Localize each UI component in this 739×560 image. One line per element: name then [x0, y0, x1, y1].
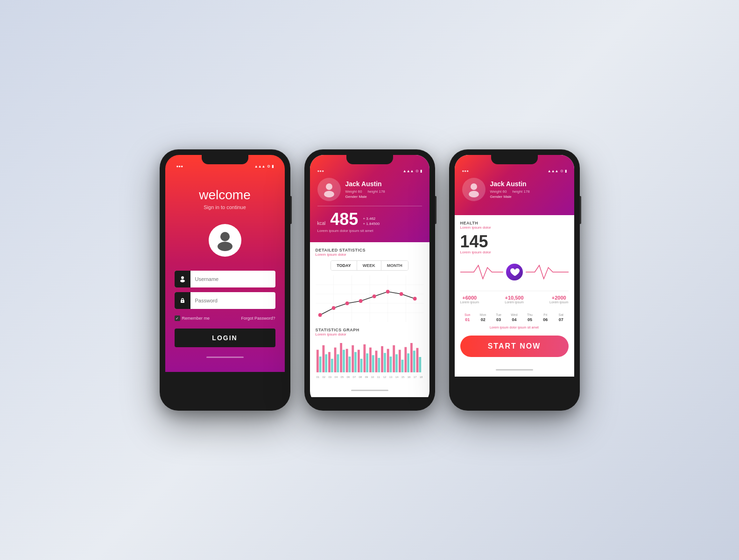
stat-col-3: +2000 Lorem ipsum — [549, 295, 568, 304]
home-indicator-3 — [496, 369, 533, 371]
profile-stats-2: Weight 60 height 178 — [345, 189, 422, 194]
welcome-title: welcome — [199, 188, 250, 203]
lock-icon — [175, 292, 190, 309]
profile-header-3: ●●● ▲▲▲ ⊙ ▮ — [455, 155, 574, 215]
svg-rect-36 — [348, 357, 351, 372]
phone-2: ●●● ▲▲▲ ⊙ ▮ — [304, 149, 435, 411]
svg-rect-57 — [410, 343, 413, 372]
cal-day-wed: Wed 04 — [507, 313, 521, 322]
svg-point-6 — [326, 183, 332, 190]
health-section-sub: Lorem ipsum dolor — [460, 225, 569, 230]
weight-stat-2: Weight 60 — [345, 189, 362, 194]
svg-rect-27 — [322, 345, 324, 372]
cal-day-name-thu: Thu — [522, 313, 537, 316]
tab-week[interactable]: WEEK — [357, 261, 381, 270]
profile-avatar-icon-2 — [321, 182, 337, 197]
svg-point-5 — [182, 301, 183, 302]
bar-label-16: 16 — [408, 376, 411, 378]
stat-label-2: Lorem ipsum — [505, 301, 523, 304]
height-label-3: height — [512, 189, 522, 194]
svg-point-17 — [318, 313, 322, 317]
password-input[interactable] — [190, 294, 275, 307]
phone-2-bottom — [310, 383, 429, 397]
stats-section-title: DETAILED STATISTICS — [316, 248, 424, 252]
bar-chart-svg — [316, 340, 424, 373]
forgot-password-link[interactable]: Forgot Password? — [241, 316, 275, 321]
tab-today[interactable]: TODAY — [331, 261, 357, 270]
stats-section-sub: Lorem ipsum dolor — [316, 252, 424, 257]
svg-rect-34 — [343, 350, 345, 372]
gender-val-2: Male — [359, 195, 366, 199]
bar-chart-area: 01 02 03 04 05 06 07 08 09 10 11 12 — [316, 340, 424, 378]
svg-rect-52 — [395, 354, 398, 372]
profile-avatar-icon-3 — [466, 182, 482, 197]
cal-day-mon: Mon 02 — [476, 313, 490, 322]
kcal-subtitle-2: Lorem ipsum dolor ipsum sit amet — [317, 229, 422, 233]
user-icon — [175, 271, 190, 287]
start-now-button[interactable]: START NOW — [460, 336, 569, 357]
svg-rect-51 — [393, 345, 395, 372]
svg-rect-33 — [340, 343, 342, 372]
home-indicator-1 — [206, 357, 244, 358]
kcal-value-2: 485 — [330, 211, 358, 228]
remember-checkbox[interactable] — [175, 315, 180, 321]
line-chart-area — [316, 275, 424, 322]
tab-month[interactable]: MONTH — [381, 261, 408, 270]
remember-forgot-row: Remember me Forgot Password? — [175, 315, 275, 321]
cal-day-name-fri: Fri — [538, 313, 553, 316]
avatar-circle — [209, 224, 241, 257]
gender-stat-2: Gender Male — [345, 195, 422, 199]
health-content: HEALTH Lorem ipsum dolor 145 Lorem ipsum… — [455, 215, 574, 363]
status-bar-2: ●●● ▲▲▲ ⊙ ▮ — [317, 169, 422, 173]
svg-rect-31 — [334, 348, 336, 372]
cal-day-num-sat: 07 — [554, 317, 568, 322]
cal-day-name-tue: Tue — [491, 313, 506, 316]
username-input[interactable] — [190, 273, 275, 286]
svg-rect-58 — [413, 350, 415, 372]
login-button[interactable]: LOGIN — [175, 329, 275, 347]
wifi-icon-3: ⊙ — [560, 169, 563, 173]
svg-rect-30 — [331, 359, 333, 372]
stat-label-3: Lorem ipsum — [549, 301, 568, 304]
svg-point-24 — [413, 297, 416, 301]
stat-value-2: +10,500 — [505, 295, 523, 301]
bar-label-18: 18 — [420, 376, 423, 378]
battery-icon-3: ▮ — [565, 169, 567, 173]
battery-icon-2: ▮ — [420, 169, 422, 173]
bar-label-12: 12 — [383, 376, 387, 378]
svg-point-2 — [181, 276, 184, 279]
svg-rect-40 — [360, 359, 362, 372]
svg-rect-50 — [389, 357, 392, 372]
svg-rect-48 — [383, 353, 386, 372]
status-bar-3: ●●● ▲▲▲ ⊙ ▮ — [462, 169, 567, 173]
graph-section-title: STATISTICS GRAPH — [316, 328, 424, 332]
kcal-label-2: kcal — [317, 221, 326, 226]
bar-label-10: 10 — [371, 376, 374, 378]
health-section-title: HEALTH — [460, 221, 569, 225]
heart-svg-icon — [509, 267, 520, 277]
phone-2-screen: ●●● ▲▲▲ ⊙ ▮ — [310, 155, 429, 405]
cal-day-num-thu: 05 — [522, 317, 537, 322]
svg-rect-41 — [363, 344, 366, 372]
cal-day-thu: Thu 05 — [522, 313, 537, 322]
svg-rect-53 — [398, 350, 401, 372]
status-icons-1: ▲▲▲ ⊙ ▮ — [254, 164, 274, 168]
cal-day-num-tue: 03 — [491, 317, 506, 322]
weight-stat-3: Weight 60 — [490, 189, 507, 194]
status-time-1: ●●● — [176, 164, 183, 168]
svg-rect-26 — [319, 357, 321, 372]
height-stat-3: height 178 — [512, 189, 529, 194]
remember-me-label[interactable]: Remember me — [175, 315, 210, 321]
bar-chart-labels: 01 02 03 04 05 06 07 08 09 10 11 12 — [316, 376, 424, 378]
cal-day-name-sat: Sat — [554, 313, 568, 316]
svg-rect-29 — [328, 352, 331, 372]
svg-point-18 — [331, 306, 335, 310]
gender-label-3: Gender — [490, 195, 503, 199]
kcal-row-2: kcal 485 + 3.462 + 1.84500 — [317, 211, 422, 228]
svg-point-22 — [386, 290, 389, 294]
home-indicator-2 — [351, 390, 388, 391]
svg-rect-38 — [354, 352, 357, 372]
profile-header-2: ●●● ▲▲▲ ⊙ ▮ — [310, 155, 429, 242]
bar-label-02: 02 — [323, 376, 326, 378]
cal-day-num-fri: 06 — [538, 317, 553, 322]
